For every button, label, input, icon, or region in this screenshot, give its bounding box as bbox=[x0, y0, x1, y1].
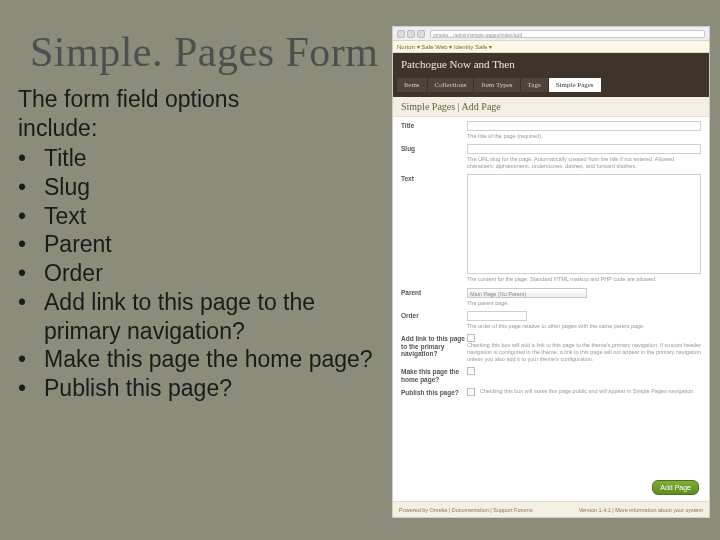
forward-button[interactable] bbox=[407, 30, 415, 38]
bullet-dot: • bbox=[18, 288, 44, 317]
reload-button[interactable] bbox=[417, 30, 425, 38]
footer-right: Version 1.4.1 | More information about y… bbox=[579, 507, 703, 513]
site-header: Patchogue Now and Then Items Collections… bbox=[393, 53, 709, 97]
admin-tabs: Items Collections Item Types Tags Simple… bbox=[393, 78, 709, 92]
publish-label: Publish this page? bbox=[401, 388, 467, 397]
homepage-label: Make this page the home page? bbox=[401, 367, 467, 384]
order-input[interactable] bbox=[467, 311, 527, 321]
order-label: Order bbox=[401, 311, 467, 330]
form-area: Title The title of the page (required). … bbox=[393, 117, 709, 405]
parent-select[interactable]: Main Page (No Parent) bbox=[467, 288, 587, 298]
parent-hint: The parent page. bbox=[467, 300, 701, 307]
title-label: Title bbox=[401, 121, 467, 140]
tab-items[interactable]: Items bbox=[397, 78, 428, 92]
slug-hint: The URL slug for the page. Automatically… bbox=[467, 156, 701, 170]
url-bar[interactable]: omeka…/admin/simple-pages/index/add bbox=[430, 30, 705, 38]
addlink-label: Add link to this page to the primary nav… bbox=[401, 334, 467, 363]
bullet-dot: • bbox=[18, 144, 44, 173]
title-input[interactable] bbox=[467, 121, 701, 131]
bullet-dot: • bbox=[18, 173, 44, 202]
addlink-hint: Checking this box will add a link to thi… bbox=[467, 342, 701, 363]
footer-left: Powered by Omeka | Documentation | Suppo… bbox=[399, 507, 533, 513]
order-hint: The order of this page relative to other… bbox=[467, 323, 701, 330]
publish-checkbox[interactable] bbox=[467, 388, 475, 396]
page-title: Simple Pages | Add Page bbox=[393, 97, 709, 117]
text-textarea[interactable] bbox=[467, 174, 701, 274]
bullet-dot: • bbox=[18, 202, 44, 231]
bullet-dot: • bbox=[18, 259, 44, 288]
site-title: Patchogue Now and Then bbox=[393, 53, 709, 70]
bullet-dot: • bbox=[18, 230, 44, 259]
text-hint: The content for the page. Standard HTML … bbox=[467, 276, 701, 283]
bullet-dot: • bbox=[18, 374, 44, 403]
tab-collections[interactable]: Collections bbox=[428, 78, 475, 92]
slug-input[interactable] bbox=[467, 144, 701, 154]
homepage-checkbox[interactable] bbox=[467, 367, 475, 375]
publish-hint: Checking this box will make this page pu… bbox=[480, 388, 695, 394]
bullet-dot: • bbox=[18, 345, 44, 374]
slug-label: Slug bbox=[401, 144, 467, 170]
tab-item-types[interactable]: Item Types bbox=[474, 78, 520, 92]
norton-toolbar: Norton ▾ Safe Web ▾ Identity Safe ▾ bbox=[393, 41, 709, 53]
back-button[interactable] bbox=[397, 30, 405, 38]
text-label: Text bbox=[401, 174, 467, 283]
add-page-button[interactable]: Add Page bbox=[652, 480, 699, 495]
tab-simple-pages[interactable]: Simple Pages bbox=[549, 78, 602, 92]
parent-label: Parent bbox=[401, 288, 467, 307]
addlink-checkbox[interactable] bbox=[467, 334, 475, 342]
screenshot-panel: omeka…/admin/simple-pages/index/add Nort… bbox=[392, 26, 710, 518]
tab-tags[interactable]: Tags bbox=[521, 78, 549, 92]
site-footer: Powered by Omeka | Documentation | Suppo… bbox=[393, 501, 709, 517]
title-hint: The title of the page (required). bbox=[467, 133, 701, 140]
browser-chrome: omeka…/admin/simple-pages/index/add bbox=[393, 27, 709, 41]
